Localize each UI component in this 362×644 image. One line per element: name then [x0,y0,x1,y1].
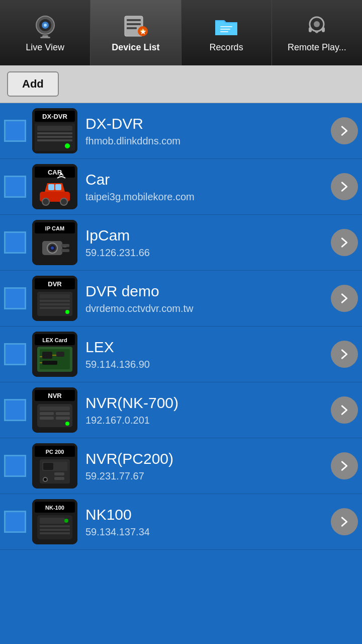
device-thumbnail: LEX Card [32,332,77,377]
svg-rect-33 [48,184,54,190]
svg-rect-15 [220,31,228,32]
svg-rect-64 [42,361,57,365]
device-thumbnail: DX-DVR [32,108,77,153]
nav-label-records: Records [210,42,243,53]
svg-rect-9 [127,27,137,29]
device-checkbox[interactable] [4,343,26,365]
device-row: PC 200 NVR(PC200)59.231.77.67 [0,438,362,494]
navigate-button[interactable] [331,508,358,535]
nav-item-records[interactable]: Records [182,0,272,65]
device-row: NK-100 NK10059.134.137.34 [0,494,362,550]
navigate-button[interactable] [331,173,358,200]
device-thumbnail: NVR [32,387,77,433]
svg-point-77 [65,422,69,426]
svg-rect-17 [309,27,312,32]
device-checkbox[interactable] [4,120,26,142]
svg-point-28 [65,143,70,148]
device-name: IpCam [85,227,327,244]
svg-text:IP CAM: IP CAM [45,225,64,231]
live-view-icon [31,13,59,39]
svg-rect-52 [40,294,70,298]
device-name: LEX [85,339,327,356]
svg-rect-62 [42,352,52,359]
device-checkbox[interactable] [4,231,26,254]
device-list-icon: ★ [122,13,150,39]
svg-rect-74 [56,412,70,415]
svg-point-37 [60,173,62,175]
device-info: NVR(NK-700)192.167.0.201 [85,394,327,426]
nav-item-device-list[interactable]: ★ Device List [90,0,181,65]
device-thumbnail: PC 200 [32,443,77,489]
svg-rect-45 [61,244,69,247]
device-checkbox[interactable] [4,455,26,477]
svg-rect-5 [40,37,50,38]
device-thumbnail: IP CAM [32,220,77,265]
device-row: CAR Cartaipei3g.mobilekore.com [0,159,362,215]
navigate-button[interactable] [331,341,358,368]
svg-point-3 [44,24,47,27]
device-name: DVR demo [85,283,327,300]
svg-text:LEX Card: LEX Card [42,337,67,343]
device-name: NK100 [85,506,327,523]
svg-rect-24 [37,126,72,131]
svg-rect-94 [40,532,70,534]
svg-rect-53 [40,300,70,302]
device-checkbox[interactable] [4,511,26,533]
svg-rect-27 [37,139,72,141]
device-info: Cartaipei3g.mobilekore.com [85,171,327,203]
device-name: Car [85,171,327,188]
navigate-button[interactable] [331,229,358,256]
device-info: LEX59.114.136.90 [85,339,327,370]
svg-text:DVR: DVR [48,280,62,288]
svg-rect-76 [56,417,70,420]
add-button[interactable]: Add [7,71,59,97]
device-checkbox[interactable] [4,399,26,421]
device-thumbnail: DVR [32,276,77,321]
svg-rect-75 [40,417,54,420]
device-row: IP CAM IpCam59.126.231.66 [0,215,362,271]
nav-item-remote-play[interactable]: Remote Play... [272,0,362,65]
nav-item-live-view[interactable]: Live View [0,0,90,65]
navigate-button[interactable] [331,452,358,479]
svg-rect-85 [54,477,64,480]
svg-rect-46 [61,249,69,252]
device-info: DX-DVRfhmob.dlinkddns.com [85,115,327,147]
svg-text:★: ★ [140,28,146,36]
svg-point-19 [314,21,320,27]
svg-rect-92 [40,525,70,527]
device-info: IpCam59.126.231.66 [85,227,327,259]
top-navigation: Live View ★ Device List [0,0,362,65]
svg-rect-34 [55,184,61,190]
device-name: NVR(NK-700) [85,394,327,412]
svg-rect-13 [220,26,232,27]
device-row: LEX Card LEX59.114.136.90 [0,327,362,382]
device-checkbox[interactable] [4,176,26,198]
device-info: NK10059.134.137.34 [85,506,327,538]
device-name: DX-DVR [85,115,327,132]
svg-rect-72 [40,407,70,411]
device-name: NVR(PC200) [85,450,327,467]
navigate-button[interactable] [331,285,358,312]
svg-rect-84 [54,472,64,475]
device-row: NVR NVR(NK-700)192.167.0.201 [0,382,362,438]
svg-point-95 [64,519,68,523]
svg-point-86 [43,477,47,481]
svg-rect-8 [127,23,141,25]
svg-rect-73 [40,412,54,415]
device-address: 59.126.231.66 [85,247,327,259]
device-address: 59.134.137.34 [85,526,327,538]
svg-text:DX-DVR: DX-DVR [42,113,67,120]
device-list: DX-DVR DX-DVRfhmob.dlinkddns.com CAR Car… [0,103,362,550]
svg-rect-63 [56,352,64,357]
navigate-button[interactable] [331,396,358,424]
svg-rect-93 [40,529,70,531]
device-checkbox[interactable] [4,287,26,309]
device-address: 192.167.0.201 [85,415,327,426]
device-address: dvrdemo.cctvdvr.com.tw [85,303,327,314]
svg-rect-54 [40,303,70,305]
add-bar: Add [0,65,362,103]
svg-rect-7 [127,19,141,21]
navigate-button[interactable] [331,117,358,144]
svg-rect-26 [37,136,72,138]
svg-point-44 [51,247,54,250]
